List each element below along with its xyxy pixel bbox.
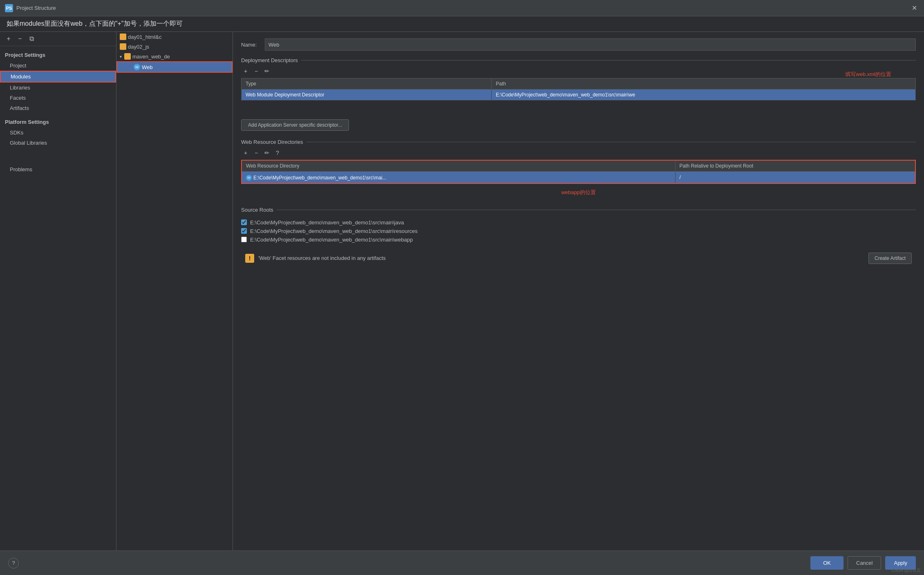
source-root-resources[interactable]: E:\Code\MyProject\web_demo\maven_web_dem… [241,228,916,234]
wrd-row-dir: W E:\Code\MyProject\web_demo\maven_web_d… [242,172,675,183]
web-icon: W [134,64,140,70]
tree-panel: day01_html&c day02_js ▾ maven_web_de W W… [116,32,233,550]
title-bar: PS Project Structure ✕ [0,0,924,16]
wrd-annotation: webapp的位置 [241,189,916,196]
sidebar-add-button[interactable]: + [4,34,13,43]
create-artifact-button[interactable]: Create Artifact [868,253,912,264]
source-root-java-checkbox[interactable] [241,219,247,225]
project-structure-dialog: PS Project Structure ✕ 如果modules里面没有web，… [0,0,924,575]
folder-icon [124,53,131,60]
dd-add-button[interactable]: + [241,67,250,76]
deployment-table: Type Path Web Module Deployment Descript… [241,78,916,101]
warning-text: 'Web' Facet resources are not included i… [258,255,864,261]
sidebar-item-libraries[interactable]: Libraries [0,83,116,93]
wrd-table-row[interactable]: W E:\Code\MyProject\web_demo\maven_web_d… [242,172,915,183]
source-root-java-label: E:\Code\MyProject\web_demo\maven_web_dem… [250,219,404,226]
source-root-resources-checkbox[interactable] [241,228,247,234]
tree-item-web-label: Web [142,64,153,70]
wrd-row-path: / [675,172,915,183]
annotation-text: 如果modules里面没有web，点下面的"+"加号，添加一个即可 [7,20,183,27]
type-column-header: Type [242,78,492,89]
wrd-remove-button[interactable]: − [252,148,261,157]
folder-icon [120,43,126,50]
tree-item-day01-label: day01_html&c [128,34,161,40]
sidebar: + − ⧉ Project Settings Project Modules L… [0,32,116,550]
add-server-row: Add Application Server specific descript… [241,119,916,131]
name-label: Name: [241,42,262,48]
source-roots-title: Source Roots [241,207,916,213]
dialog-title: Project Structure [16,5,56,11]
tree-item-day02-label: day02_js [128,44,149,50]
sidebar-item-facets[interactable]: Facets [0,93,116,103]
tree-item-day02[interactable]: day02_js [116,42,233,51]
wrd-dir-icon: W [246,175,252,181]
source-root-resources-label: E:\Code\MyProject\web_demo\maven_web_dem… [250,228,418,234]
main-content: + − ⧉ Project Settings Project Modules L… [0,32,924,550]
ok-button[interactable]: OK [810,556,843,570]
bottom-bar: ? OK Cancel Apply [0,550,924,575]
source-root-webapp-checkbox[interactable] [241,237,247,242]
wrd-edit-button[interactable]: ✏ [262,148,271,157]
sidebar-item-problems[interactable]: Problems [0,164,116,175]
folder-icon [120,34,126,40]
name-input[interactable] [265,38,916,51]
sidebar-item-modules[interactable]: Modules [0,71,116,83]
wrd-col1-header: Web Resource Directory [242,160,675,172]
close-button[interactable]: ✕ [909,3,919,13]
chevron-down-icon: ▾ [120,54,122,59]
help-button[interactable]: ? [8,558,19,568]
annotation-bar: 如果modules里面没有web，点下面的"+"加号，添加一个即可 [0,16,924,32]
wrd-toolbar: + − ✏ ? [241,148,916,157]
wrd-col2-header: Path Relative to Deployment Root [675,160,915,172]
project-settings-header[interactable]: Project Settings [0,49,116,60]
warning-row: ! 'Web' Facet resources are not included… [241,249,916,267]
wrd-help-button[interactable]: ? [273,148,282,157]
dd-edit-button[interactable]: ✏ [262,67,271,76]
tree-item-day01[interactable]: day01_html&c [116,32,233,42]
warning-icon: ! [245,254,254,263]
source-root-java[interactable]: E:\Code\MyProject\web_demo\maven_web_dem… [241,219,916,226]
source-root-webapp-label: E:\Code\MyProject\web_demo\maven_web_dem… [250,237,413,243]
tree-item-maven-label: maven_web_de [132,54,170,60]
table-row[interactable]: Web Module Deployment Descriptor E:\Code… [242,89,916,101]
wrd-add-button[interactable]: + [241,148,250,157]
source-roots-list: E:\Code\MyProject\web_demo\maven_web_dem… [241,219,916,243]
table-row-type: Web Module Deployment Descriptor [242,89,492,101]
bottom-left: ? [8,558,19,568]
deployment-toolbar: + − ✏ [241,67,916,76]
tree-item-web[interactable]: W Web [116,61,233,73]
table-row-path: E:\Code\MyProject\web_demo\maven_web_dem… [492,89,916,101]
sidebar-item-artifacts[interactable]: Artifacts [0,103,116,113]
sidebar-item-project[interactable]: Project [0,60,116,71]
sidebar-copy-button[interactable]: ⧉ [27,34,36,43]
app-icon: PS [5,4,13,12]
wrd-table: Web Resource Directory Path Relative to … [241,160,916,184]
watermark: CSDN @白豆五 [892,568,921,573]
path-annotation: 填写web.xml的位置 [845,71,891,78]
sidebar-item-sdks[interactable]: SDKs [0,128,116,138]
sidebar-toolbar: + − ⧉ [0,32,116,46]
path-column-header: Path [492,78,916,89]
sidebar-remove-button[interactable]: − [16,34,25,43]
dd-remove-button[interactable]: − [252,67,261,76]
deployment-descriptors-title: Deployment Descriptors [241,57,916,63]
right-panel: Name: Deployment Descriptors + − ✏ 填写web… [233,32,924,550]
sidebar-nav: Project Settings Project Modules Librari… [0,46,116,178]
tree-item-maven[interactable]: ▾ maven_web_de [116,51,233,61]
source-root-webapp[interactable]: E:\Code\MyProject\web_demo\maven_web_dem… [241,237,916,243]
cancel-button[interactable]: Cancel [848,556,881,570]
add-server-button[interactable]: Add Application Server specific descript… [241,119,349,131]
sidebar-item-global-libraries[interactable]: Global Libraries [0,138,116,148]
web-resource-dirs-title: Web Resource Directories [241,139,916,145]
name-row: Name: [241,38,916,51]
platform-settings-header[interactable]: Platform Settings [0,116,116,128]
